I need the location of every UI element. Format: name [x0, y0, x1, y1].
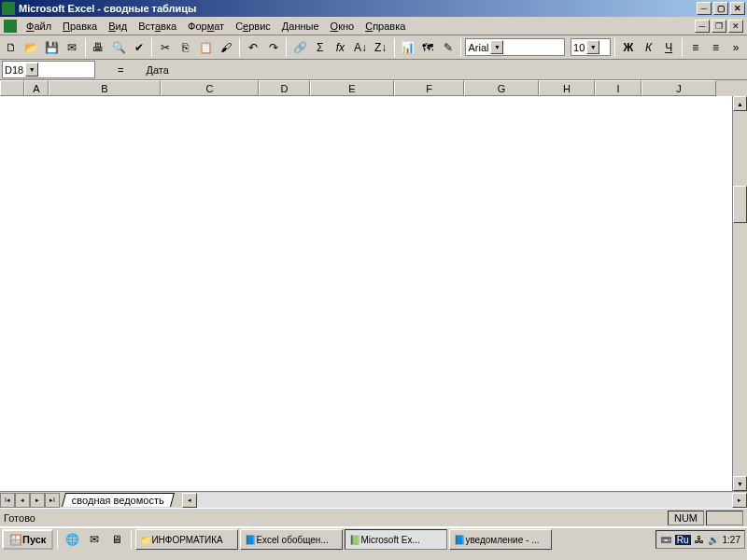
task-button[interactable]: 📁 ИНФОРМАТИКА: [135, 529, 238, 550]
standard-toolbar: 🗋 📂 💾 ✉ 🖶 🔍 ✔ ✂ ⎘ 📋 🖌 ↶ ↷ 🔗 Σ fx A↓ Z↓ 📊…: [0, 35, 747, 60]
open-icon[interactable]: 📂: [22, 37, 41, 58]
sheet-tab-bar: I◂ ◂ ▸ ▸I сводная ведомость ◂▸: [0, 491, 747, 508]
paste-icon[interactable]: 📋: [197, 37, 216, 58]
name-box[interactable]: D18▼: [2, 61, 95, 78]
map-icon[interactable]: 🗺: [418, 37, 437, 58]
menu-data[interactable]: Данные: [276, 19, 325, 34]
menu-tools[interactable]: Сервис: [230, 19, 276, 34]
menu-format[interactable]: Формат: [182, 19, 230, 34]
window-title: Microsoft Excel - сводные таблицы: [19, 3, 197, 14]
col-header-H[interactable]: H: [539, 80, 595, 96]
col-header-G[interactable]: G: [464, 80, 539, 96]
chart-icon[interactable]: 📊: [399, 37, 417, 58]
italic-icon[interactable]: К: [640, 37, 658, 58]
start-button[interactable]: 🪟 Пуск: [2, 529, 53, 550]
windows-taskbar: 🪟 Пуск 🌐 ✉ 🖥 📁 ИНФОРМАТИКА 📘 Excel обобщ…: [0, 526, 747, 551]
sum-icon[interactable]: Σ: [311, 37, 330, 58]
clock[interactable]: 1:27: [723, 535, 740, 545]
col-header-A[interactable]: A: [24, 80, 49, 96]
col-header-B[interactable]: B: [49, 80, 161, 96]
horizontal-scrollbar[interactable]: ◂▸: [182, 493, 747, 508]
menu-view[interactable]: Вид: [103, 19, 133, 34]
underline-icon[interactable]: Ч: [659, 37, 678, 58]
worksheet-grid[interactable]: A B C D E F G H I J ▲ ▼: [0, 80, 747, 491]
status-text: Готово: [4, 512, 35, 524]
doc-restore-button[interactable]: ❐: [712, 20, 726, 33]
status-bar: Готово NUM: [0, 508, 747, 526]
print-icon[interactable]: 🖶: [90, 37, 108, 58]
format-painter-icon[interactable]: 🖌: [217, 37, 235, 58]
align-center-icon[interactable]: ≡: [707, 37, 726, 58]
status-pane: [706, 511, 743, 525]
task-button-active[interactable]: 📗 Microsoft Ex...: [345, 529, 447, 550]
col-header-E[interactable]: E: [310, 80, 394, 96]
col-header-C[interactable]: C: [161, 80, 259, 96]
menu-help[interactable]: Справка: [359, 19, 411, 34]
col-header-J[interactable]: J: [641, 80, 716, 96]
fx-icon[interactable]: fx: [331, 37, 350, 58]
doc-close-button[interactable]: ✕: [728, 20, 743, 33]
mail-icon[interactable]: ✉: [63, 37, 81, 58]
task-button[interactable]: 📘 уведомление - ...: [449, 529, 552, 550]
window-titlebar: Microsoft Excel - сводные таблицы ─ ▢ ✕: [0, 0, 747, 17]
tab-next-icon[interactable]: ▸: [30, 493, 45, 508]
sheet-tab[interactable]: сводная ведомость: [62, 493, 175, 507]
tab-prev-icon[interactable]: ◂: [15, 493, 30, 508]
draw-icon[interactable]: ✎: [439, 37, 458, 58]
close-button[interactable]: ✕: [730, 2, 745, 15]
quick-desktop-icon[interactable]: 🖥: [106, 529, 127, 550]
menu-edit[interactable]: Правка: [57, 19, 103, 34]
column-headers: A B C D E F G H I J: [0, 80, 747, 96]
col-header-D[interactable]: D: [259, 80, 310, 96]
col-header-I[interactable]: I: [595, 80, 641, 96]
lang-indicator[interactable]: Ru: [675, 535, 691, 545]
tab-last-icon[interactable]: ▸I: [45, 493, 60, 508]
link-icon[interactable]: 🔗: [290, 37, 309, 58]
minimize-button[interactable]: ─: [697, 2, 712, 15]
maximize-button[interactable]: ▢: [713, 2, 728, 15]
select-all-corner[interactable]: [0, 80, 24, 96]
menu-insert[interactable]: Вставка: [133, 19, 182, 34]
more-icon[interactable]: »: [726, 37, 745, 58]
equals-label: =: [99, 64, 142, 76]
undo-icon[interactable]: ↶: [244, 37, 262, 58]
quick-ie-icon[interactable]: 🌐: [62, 529, 82, 550]
doc-minimize-button[interactable]: ─: [695, 20, 710, 33]
formula-bar: D18▼ = Дата: [0, 60, 747, 80]
doc-icon: [4, 20, 17, 33]
vertical-scrollbar[interactable]: ▲ ▼: [732, 96, 747, 491]
scroll-thumb[interactable]: [733, 186, 747, 223]
menu-window[interactable]: Окно: [325, 19, 360, 34]
cut-icon[interactable]: ✂: [156, 37, 175, 58]
tab-first-icon[interactable]: I◂: [0, 493, 15, 508]
bold-icon[interactable]: Ж: [619, 37, 638, 58]
preview-icon[interactable]: 🔍: [109, 37, 128, 58]
scroll-down-icon[interactable]: ▼: [733, 476, 747, 491]
excel-icon: [2, 2, 15, 15]
new-icon[interactable]: 🗋: [2, 37, 21, 58]
col-header-F[interactable]: F: [394, 80, 464, 96]
tray-icon[interactable]: 📼: [660, 535, 671, 545]
align-left-icon[interactable]: ≡: [686, 37, 705, 58]
formula-content[interactable]: Дата: [146, 64, 168, 76]
quick-mail-icon[interactable]: ✉: [84, 529, 105, 550]
font-name-combo[interactable]: Arial▼: [465, 38, 565, 56]
font-size-combo[interactable]: 10▼: [571, 38, 611, 56]
save-icon[interactable]: 💾: [42, 37, 61, 58]
task-button[interactable]: 📘 Excel обобщен...: [240, 529, 343, 550]
tray-icon[interactable]: 🔊: [708, 535, 719, 545]
menu-file[interactable]: Файл: [21, 19, 57, 34]
redo-icon[interactable]: ↷: [264, 37, 283, 58]
system-tray[interactable]: 📼 Ru 🖧 🔊 1:27: [655, 530, 745, 549]
num-lock-indicator: NUM: [668, 511, 704, 525]
scroll-up-icon[interactable]: ▲: [733, 96, 747, 111]
sort-asc-icon[interactable]: A↓: [351, 37, 370, 58]
menu-bar: Файл Правка Вид Вставка Формат Сервис Да…: [0, 17, 747, 35]
spell-icon[interactable]: ✔: [130, 37, 148, 58]
copy-icon[interactable]: ⎘: [176, 37, 195, 58]
tray-icon[interactable]: 🖧: [695, 535, 704, 545]
sort-desc-icon[interactable]: Z↓: [372, 37, 390, 58]
